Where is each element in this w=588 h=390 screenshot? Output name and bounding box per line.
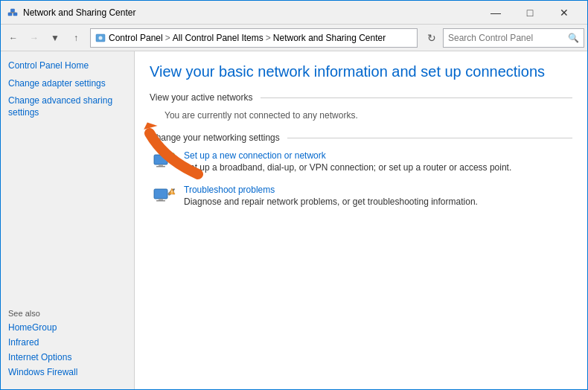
svg-point-7 [99,36,103,39]
svg-marker-9 [142,122,157,130]
back-button[interactable]: ← [4,28,23,48]
setup-icon [153,150,176,174]
main-layout: Control Panel Home Change adapter settin… [1,51,587,390]
setup-desc: Set up a broadband, dial-up, or VPN conn… [184,162,511,173]
no-network-message: You are currently not connected to any n… [164,110,572,121]
svg-rect-12 [156,166,165,167]
active-networks-title: View your active networks [150,92,261,103]
path-all-items[interactable]: All Control Panel Items [173,33,263,43]
window-icon [7,7,19,19]
network-item-setup: Set up a new connection or network Set u… [153,150,572,174]
change-settings-title: Change your networking settings [150,132,287,143]
up-button[interactable]: ↑ [66,28,86,48]
window-title: Network and Sharing Center [23,7,479,18]
recent-pages-button[interactable]: ▼ [45,28,65,48]
see-also-title: See also [8,300,127,318]
close-button[interactable]: ✕ [547,1,581,25]
setup-link[interactable]: Set up a new connection or network [184,150,511,161]
network-item-troubleshoot: Troubleshoot problems Diagnose and repai… [153,185,572,208]
sidebar-also-internet[interactable]: Internet Options [8,352,127,362]
path-network-center[interactable]: Network and Sharing Center [273,33,386,43]
svg-rect-24 [172,194,173,194]
troubleshoot-content: Troubleshoot problems Diagnose and repai… [184,185,478,207]
active-networks-header: View your active networks [150,92,572,103]
minimize-button[interactable]: — [479,1,513,25]
page-title: View your basic network information and … [150,63,572,80]
section-divider [261,98,572,98]
svg-rect-11 [159,164,163,166]
address-path: Control Panel > All Control Panel Items … [90,28,418,48]
troubleshoot-icon [153,185,176,208]
sidebar-link-advanced[interactable]: Change advanced sharing settings [8,95,127,118]
svg-rect-10 [154,155,167,164]
troubleshoot-desc: Diagnose and repair network problems, or… [184,196,478,207]
svg-rect-18 [159,199,163,200]
setup-content: Set up a new connection or network Set u… [184,150,511,173]
sidebar-link-adapter[interactable]: Change adapter settings [8,78,127,90]
search-box[interactable]: 🔍 [443,28,584,48]
sidebar: Control Panel Home Change adapter settin… [1,51,135,390]
change-settings-header: Change your networking settings [150,132,572,143]
address-bar: ← → ▼ ↑ Control Panel > All Control Pane… [1,25,587,51]
svg-rect-16 [170,155,173,156]
sidebar-also-infrared[interactable]: Infrared [8,337,127,348]
sidebar-also-firewall[interactable]: Windows Firewall [8,367,127,377]
search-input[interactable] [448,33,568,43]
section-divider-2 [287,138,572,138]
path-control-panel[interactable]: Control Panel [109,33,163,43]
svg-rect-1 [13,13,17,16]
content-area: View your basic network information and … [135,51,587,390]
troubleshoot-link[interactable]: Troubleshoot problems [184,185,478,195]
maximize-button[interactable]: □ [513,1,547,25]
svg-rect-2 [11,9,15,12]
sidebar-link-home[interactable]: Control Panel Home [8,60,127,72]
refresh-button[interactable]: ↻ [422,28,441,48]
sidebar-also-homegroup[interactable]: HomeGroup [8,322,127,333]
svg-rect-0 [8,13,12,16]
search-icon[interactable]: 🔍 [568,33,579,43]
svg-rect-17 [154,189,167,199]
window-controls: — □ ✕ [479,1,581,25]
title-bar: Network and Sharing Center — □ ✕ [1,1,587,25]
svg-rect-23 [172,191,173,193]
svg-rect-19 [156,200,165,202]
forward-button[interactable]: → [25,28,44,48]
